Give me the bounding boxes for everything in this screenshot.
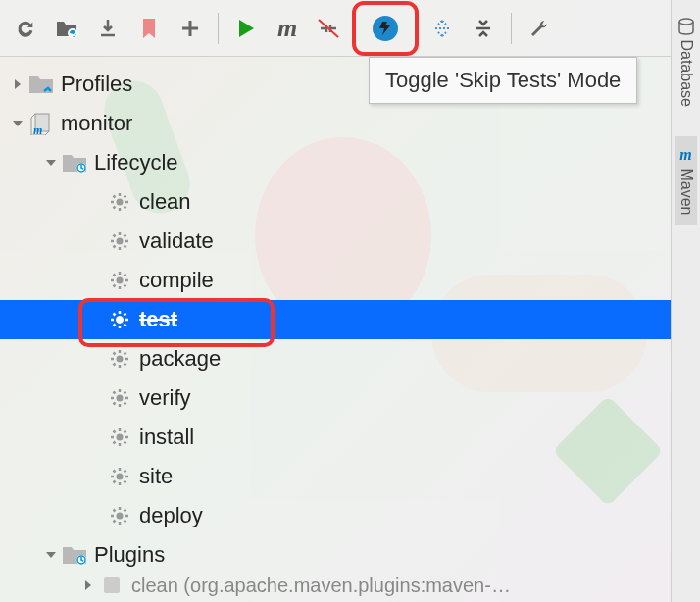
gear-icon [106, 466, 133, 487]
goal-label: package [139, 346, 221, 372]
maven-toolbar: m [0, 0, 700, 57]
goal-label: deploy [139, 503, 203, 528]
chevron-right-icon[interactable] [78, 578, 98, 592]
svg-point-9 [117, 277, 124, 284]
gear-icon [106, 387, 133, 409]
tree-node-monitor[interactable]: m monitor [0, 104, 700, 143]
gear-icon [106, 230, 133, 252]
right-tool-window-bar: Database m Maven [671, 0, 700, 602]
folder-lifecycle-icon [61, 152, 88, 174]
maven-m-icon[interactable]: m [270, 11, 305, 46]
chevron-right-icon[interactable] [8, 77, 27, 91]
reload-icon[interactable] [8, 11, 43, 46]
svg-point-12 [117, 395, 124, 402]
plugin-icon [98, 575, 125, 596]
goal-label: test [139, 307, 177, 332]
tree-node-lifecycle[interactable]: Lifecycle [0, 143, 700, 182]
lifecycle-goal-verify[interactable]: verify [0, 378, 700, 418]
folder-refresh-icon[interactable] [49, 11, 84, 46]
chevron-down-icon[interactable] [41, 549, 61, 561]
goal-label: site [139, 464, 173, 489]
tree-label: monitor [61, 111, 132, 136]
add-icon[interactable] [173, 11, 208, 46]
database-label: Database [678, 39, 695, 107]
chevron-down-icon[interactable] [8, 118, 27, 129]
lifecycle-goal-deploy[interactable]: deploy [0, 496, 700, 535]
goal-label: validate [139, 228, 214, 254]
tree-label: Profiles [61, 72, 132, 97]
maven-label: Maven [678, 168, 695, 215]
tree-node-plugins[interactable]: Plugins [0, 535, 700, 575]
svg-point-11 [117, 356, 124, 363]
bookmark-icon[interactable] [131, 11, 167, 46]
lifecycle-goal-test[interactable]: test [0, 300, 700, 339]
lifecycle-goal-site[interactable]: site [0, 457, 700, 496]
gear-icon [106, 191, 133, 213]
chevron-down-icon[interactable] [41, 157, 61, 169]
run-icon[interactable] [228, 11, 264, 46]
collapse-all-icon[interactable] [466, 11, 501, 46]
svg-point-13 [117, 434, 124, 441]
skip-tests-tooltip: Toggle 'Skip Tests' Mode [369, 57, 637, 104]
folder-profiles-icon [27, 74, 55, 95]
maven-tool-window-tab[interactable]: m Maven [675, 136, 697, 225]
svg-point-14 [117, 474, 124, 480]
gear-icon [106, 270, 133, 291]
lifecycle-goal-clean[interactable]: clean [0, 182, 700, 222]
svg-point-10 [117, 317, 124, 324]
database-tool-window-tab[interactable]: Database [675, 8, 698, 117]
svg-point-15 [117, 513, 124, 520]
download-icon[interactable] [90, 11, 125, 46]
toolbar-separator [511, 13, 512, 44]
svg-point-7 [117, 199, 124, 206]
svg-point-8 [117, 238, 124, 245]
expand-all-icon[interactable] [425, 11, 460, 46]
svg-text:m: m [33, 124, 42, 135]
lifecycle-goal-compile[interactable]: compile [0, 261, 700, 300]
lifecycle-goal-validate[interactable]: validate [0, 222, 700, 261]
goal-label: compile [139, 268, 214, 293]
lifecycle-goal-package[interactable]: package [0, 339, 700, 378]
gear-icon [106, 309, 133, 330]
lifecycle-goal-install[interactable]: install [0, 418, 700, 457]
goal-label: install [139, 425, 194, 450]
gear-icon [106, 426, 133, 448]
svg-rect-18 [104, 577, 120, 593]
tree-label: Lifecycle [94, 150, 178, 176]
toolbar-separator [218, 13, 219, 44]
folder-plugins-icon [61, 544, 88, 566]
maven-projects-tree: Profiles m monitor Lifecycle clean valid… [0, 57, 700, 596]
svg-point-2 [679, 19, 693, 25]
goal-label: clean [139, 189, 191, 215]
skip-tests-toggle-icon[interactable] [352, 1, 419, 56]
settings-wrench-icon[interactable] [522, 11, 557, 46]
gear-icon [106, 348, 133, 370]
plugin-item-truncated[interactable]: clean (org.apache.maven.plugins:maven-… [0, 575, 700, 596]
goal-label: verify [139, 385, 191, 411]
gear-icon [106, 505, 133, 527]
plugin-label: clean (org.apache.maven.plugins:maven-… [131, 575, 511, 596]
tree-label: Plugins [94, 542, 165, 568]
module-icon: m [27, 112, 55, 135]
offline-toggle-icon[interactable] [311, 11, 346, 46]
